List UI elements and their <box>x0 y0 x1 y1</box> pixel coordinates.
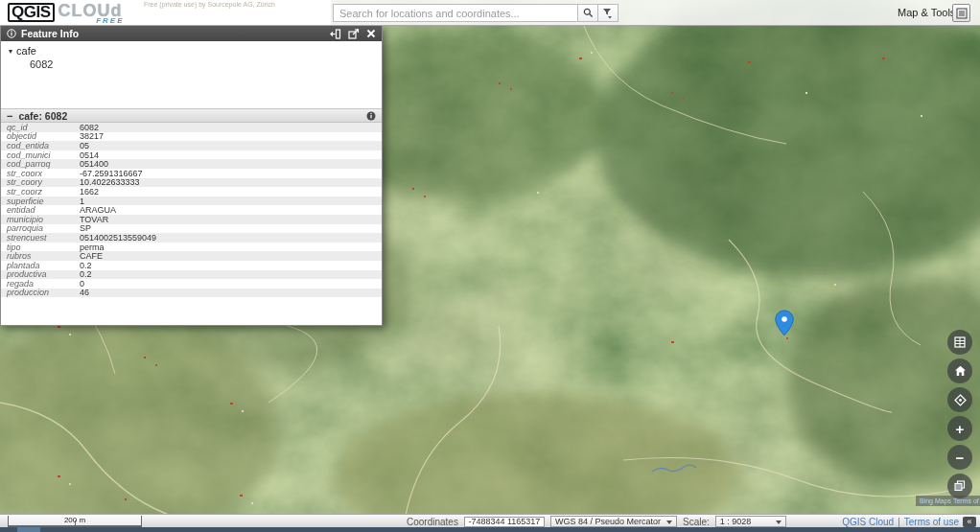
attribute-name: strencuest <box>7 233 80 243</box>
scale-label: Scale: <box>683 517 710 527</box>
zoom-out-button[interactable]: − <box>947 445 972 470</box>
zoom-out-icon: − <box>956 451 965 465</box>
zoom-in-icon: + <box>956 422 965 436</box>
search-bar <box>333 4 618 22</box>
attribute-value: CAFE <box>80 251 103 261</box>
map-tools-menu-button[interactable] <box>952 4 970 22</box>
attribute-name: cod_parroq <box>7 159 80 169</box>
attribute-value: -67.2591316667 <box>80 169 143 178</box>
scale-select[interactable]: 1 : 9028 <box>715 516 786 527</box>
dock-left-icon[interactable] <box>330 29 341 39</box>
collapse-minus-icon[interactable]: − <box>7 111 12 121</box>
terms-of-use-link[interactable]: Terms of use <box>904 517 959 527</box>
close-icon[interactable] <box>366 29 376 38</box>
attribute-name: parroquia <box>7 223 80 233</box>
copy-pages-icon <box>954 480 966 492</box>
attribute-value: 05 <box>80 141 89 150</box>
my-location-button[interactable] <box>947 387 972 412</box>
top-bar: QGIS CLOUd FREE Free (private use) by So… <box>0 0 980 26</box>
search-input[interactable] <box>333 4 578 22</box>
projection-value: WGS 84 / Pseudo Mercator <box>555 517 661 526</box>
attribute-value: 051400 <box>80 159 108 169</box>
attribute-row: strencuest 0514002513559049 <box>1 233 382 243</box>
attribute-table: qc_id 6082 objectid 38217 cod_entida 05 … <box>1 123 382 297</box>
attribute-name: tipo <box>7 243 80 252</box>
scale-bar-tick <box>75 520 76 525</box>
attribute-value: ARAGUA <box>80 205 116 215</box>
bottom-strip-accent <box>17 527 40 532</box>
free-plan-watermark: Free (private use) by Sourcepole AG, Zür… <box>144 1 275 8</box>
attribute-value: 6082 <box>80 123 99 132</box>
attribute-name: objectid <box>7 131 80 141</box>
attribute-value: 1662 <box>80 187 99 197</box>
attribute-row: str_coorz 1662 <box>1 187 382 197</box>
overview-map-icon <box>954 336 966 348</box>
attribute-row: cod_munici 0514 <box>1 150 382 160</box>
attribute-name: productiva <box>7 269 80 279</box>
feature-tree-layer-node[interactable]: ▾ cafe <box>9 45 374 57</box>
feature-tree-feature-node[interactable]: 6082 <box>9 58 374 70</box>
feature-section-header[interactable]: − cafe: 6082 <box>1 108 382 123</box>
attribute-row: parroquia SP <box>1 224 382 234</box>
attribute-name: plantada <box>7 261 80 270</box>
filter-icon <box>602 8 614 19</box>
attribute-row: str_coory 10.4022633333 <box>1 178 382 188</box>
feature-info-header[interactable]: Feature Info <box>1 26 382 41</box>
zoom-in-button[interactable]: + <box>947 416 972 441</box>
status-bar: Coordinates WGS 84 / Pseudo Mercator Sca… <box>0 514 980 527</box>
map-tools-label: Map & Tools <box>898 7 955 18</box>
attribute-row: productiva 0.2 <box>1 270 382 280</box>
logo-qgis-text: QGIS <box>8 3 55 22</box>
chevron-down-icon <box>666 520 672 524</box>
my-location-icon <box>954 394 967 406</box>
attribute-row: objectid 38217 <box>1 132 382 142</box>
attribute-name: str_coory <box>7 177 80 187</box>
list-icon <box>956 8 968 19</box>
bing-attribution[interactable]: Bing Maps Terms of Use <box>916 496 980 506</box>
attribute-value: 0514 <box>80 150 99 160</box>
coordinates-input[interactable] <box>464 517 545 527</box>
attribute-row: superficie 1 <box>1 197 382 206</box>
feature-tree: ▾ cafe 6082 <box>1 41 382 108</box>
attribute-value: 38217 <box>80 131 104 141</box>
attribute-name: qc_id <box>7 123 80 132</box>
attribute-value: 0514002513559049 <box>80 233 156 243</box>
app-window: QGIS CLOUd FREE Free (private use) by So… <box>0 0 980 532</box>
feature-info-title: Feature Info <box>21 28 79 39</box>
feature-section-title: cafe: 6082 <box>18 110 67 122</box>
overview-map-button[interactable] <box>947 330 972 355</box>
open-window-icon[interactable] <box>348 29 360 39</box>
attribute-row: plantada 0.2 <box>1 261 382 270</box>
attribute-row: entidad ARAGUA <box>1 205 382 215</box>
qgis-cloud-link[interactable]: QGIS Cloud <box>842 517 894 527</box>
attribute-name: municipio <box>7 215 80 224</box>
attribute-value: 0 <box>80 279 84 289</box>
search-button[interactable] <box>578 4 598 22</box>
attribute-value: 46 <box>80 288 89 297</box>
attribute-name: regada <box>7 279 80 289</box>
bottom-strip <box>0 527 980 532</box>
map-marker-pin[interactable] <box>774 310 795 340</box>
attribute-value: 1 <box>80 197 84 206</box>
scale-bar: 200 m <box>8 516 142 527</box>
magnifier-icon <box>583 8 594 18</box>
attribute-name: str_coorx <box>7 169 80 178</box>
attribute-value: TOVAR <box>80 215 108 224</box>
attribute-name: entidad <box>7 205 80 215</box>
feature-info-panel: Feature Info ▾ <box>0 26 383 326</box>
attribute-name: superficie <box>7 197 80 206</box>
attribute-row: regada 0 <box>1 279 382 289</box>
info-circle-icon <box>7 29 16 38</box>
info-circle-icon[interactable] <box>366 111 376 121</box>
statusbar-collapse-button[interactable]: « <box>963 517 976 527</box>
tree-caret-icon[interactable]: ▾ <box>9 47 12 56</box>
attribute-row: str_coorx -67.2591316667 <box>1 169 382 178</box>
link-separator: | <box>898 517 900 527</box>
projection-select[interactable]: WGS 84 / Pseudo Mercator <box>550 516 677 527</box>
logo-free-badge: FREE <box>96 16 124 25</box>
search-filter-button[interactable] <box>598 4 618 22</box>
home-button[interactable] <box>947 359 972 383</box>
attribute-row: produccion 46 <box>1 289 382 298</box>
qgis-cloud-logo[interactable]: QGIS CLOUd FREE <box>8 3 123 22</box>
attribute-row: tipo perma <box>1 243 382 252</box>
